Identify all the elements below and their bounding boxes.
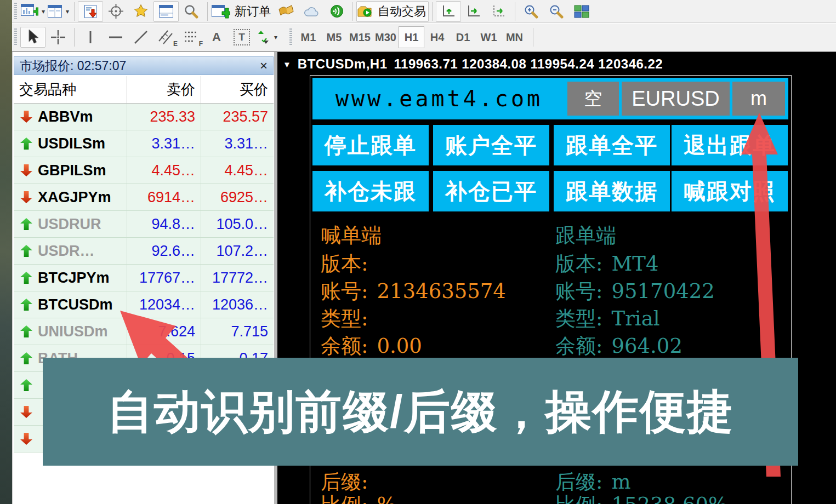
chart-shift-button[interactable] bbox=[436, 1, 461, 22]
vertical-line-tool-button[interactable] bbox=[78, 27, 103, 48]
chart-info-line: ▼ BTCUSDm,H1 119963.71 120384.08 119954.… bbox=[283, 56, 663, 72]
close-all-account-button[interactable]: 账户全平 bbox=[433, 125, 549, 165]
timeframe-h1[interactable]: H1 bbox=[399, 26, 424, 48]
new-order-button[interactable]: 新订单 bbox=[211, 1, 274, 22]
table-row[interactable]: ABBVm235.33235.57 bbox=[14, 104, 274, 130]
chart-ohlc-values: 119963.71 120384.08 119954.24 120346.22 bbox=[394, 56, 663, 72]
master-suffix: 后缀: bbox=[321, 470, 377, 494]
fibonacci-icon bbox=[183, 29, 200, 45]
toolbar-separator bbox=[207, 2, 208, 21]
table-row[interactable]: XAGJPYm6914…6925… bbox=[14, 184, 274, 211]
vertical-line-icon bbox=[83, 29, 98, 45]
promo-banner-text: 自动识别前缀/后缀，操作便捷 bbox=[107, 381, 733, 443]
text-tool-icon: A bbox=[212, 30, 221, 44]
metaeditor-button[interactable] bbox=[274, 1, 299, 22]
promo-banner: 自动识别前缀/后缀，操作便捷 bbox=[43, 358, 798, 466]
toolbar-separator bbox=[432, 2, 433, 21]
collapse-triangle-icon[interactable]: ▼ bbox=[283, 60, 291, 69]
market-watch-icon bbox=[83, 4, 98, 19]
autotrading-button[interactable]: 自动交易 bbox=[356, 1, 429, 22]
tile-windows-button[interactable] bbox=[569, 1, 594, 22]
follower-type: 类型:Trial bbox=[555, 307, 660, 331]
crosshair-tool-button[interactable] bbox=[46, 27, 71, 48]
toolbar-separator bbox=[74, 2, 75, 21]
close-all-follow-button[interactable]: 跟单全平 bbox=[554, 125, 670, 165]
timeframe-m1[interactable]: M1 bbox=[295, 26, 321, 48]
chart-shift-icon bbox=[441, 4, 456, 19]
symbol-button[interactable]: EURUSD bbox=[622, 82, 730, 116]
data-window-button[interactable] bbox=[103, 1, 128, 22]
compare-button[interactable]: 喊跟对照 bbox=[672, 171, 788, 211]
mt4-window: ▾ ▾ bbox=[0, 0, 836, 504]
column-symbol[interactable]: 交易品种 bbox=[14, 76, 127, 103]
desktop-wallpaper-strip bbox=[0, 0, 12, 504]
refill-unfollowed-button[interactable]: 补仓未跟 bbox=[312, 171, 429, 211]
close-icon[interactable]: × bbox=[260, 59, 268, 72]
zoom-out-button[interactable] bbox=[544, 1, 569, 22]
chart-autoscroll-button[interactable] bbox=[461, 1, 486, 22]
follower-version: 版本:MT4 bbox=[555, 252, 659, 276]
trend-up-icon bbox=[20, 379, 32, 391]
chart-offset-icon bbox=[492, 4, 507, 19]
follow-data-button[interactable]: 跟单数据 bbox=[554, 171, 670, 211]
market-watch-toggle-button[interactable] bbox=[78, 1, 103, 22]
timeframe-m30[interactable]: M30 bbox=[373, 26, 399, 48]
refill-closed-button[interactable]: 补仓已平 bbox=[433, 171, 549, 211]
equidistant-channel-icon bbox=[158, 29, 174, 45]
star-icon bbox=[133, 4, 149, 19]
timeframe-mn[interactable]: MN bbox=[502, 26, 527, 48]
toolbar-line-studies: E F A T ▾ M1 M5 M15 M30 H1 H4 D1 W1 MN bbox=[12, 24, 836, 52]
horizontal-line-tool-button[interactable] bbox=[103, 27, 128, 48]
text-tool-button[interactable]: A bbox=[204, 27, 229, 48]
trend-down-icon bbox=[20, 433, 32, 445]
horizontal-line-icon bbox=[107, 29, 124, 45]
channel-tool-button[interactable]: E bbox=[153, 27, 179, 48]
timeframe-w1[interactable]: W1 bbox=[476, 26, 502, 48]
cloud-button[interactable] bbox=[299, 1, 324, 22]
market-watch-titlebar[interactable]: 市场报价: 02:57:07 × bbox=[14, 56, 274, 75]
follower-account: 账号:95170422 bbox=[555, 279, 715, 303]
profiles-button[interactable]: ▾ bbox=[46, 1, 71, 22]
column-bid[interactable]: 卖价 bbox=[127, 76, 201, 103]
sonar-icon bbox=[329, 4, 344, 19]
stop-follow-button[interactable]: 停止跟单 bbox=[312, 125, 429, 165]
column-ask[interactable]: 买价 bbox=[201, 76, 274, 103]
strategy-tester-button[interactable] bbox=[179, 1, 204, 22]
toolbar-drag-handle[interactable] bbox=[14, 28, 17, 46]
fibonacci-tool-button[interactable]: F bbox=[179, 27, 204, 48]
news-sonar-button[interactable] bbox=[324, 1, 349, 22]
chart-offset-button[interactable] bbox=[486, 1, 511, 22]
master-type: 类型: bbox=[321, 307, 377, 331]
new-order-label: 新订单 bbox=[232, 3, 273, 20]
timeframe-m15[interactable]: M15 bbox=[347, 26, 373, 48]
timeframe-h4[interactable]: H4 bbox=[424, 26, 450, 48]
suffix-button[interactable]: m bbox=[732, 82, 785, 116]
terminal-button[interactable] bbox=[153, 1, 179, 22]
exit-follow-button[interactable]: 退出跟单 bbox=[672, 125, 788, 165]
zoom-in-button[interactable] bbox=[519, 1, 544, 22]
table-row[interactable]: BTCJPYm17767…17772… bbox=[14, 265, 274, 291]
table-row[interactable]: USDRUR94.8…105.0… bbox=[14, 211, 274, 238]
navigator-button[interactable] bbox=[128, 1, 153, 22]
cursor-tool-button[interactable] bbox=[20, 27, 46, 48]
direction-button[interactable]: 空 bbox=[567, 82, 619, 116]
arrows-tool-button[interactable]: ▾ bbox=[254, 27, 280, 48]
timeframe-m5[interactable]: M5 bbox=[321, 26, 347, 48]
trend-down-icon bbox=[20, 111, 32, 123]
label-tool-button[interactable]: T bbox=[229, 27, 254, 48]
new-chart-button[interactable]: ▾ bbox=[20, 1, 46, 22]
master-title: 喊单端 bbox=[321, 224, 382, 248]
timeframe-d1[interactable]: D1 bbox=[450, 26, 476, 48]
follower-balance: 余额:964.02 bbox=[555, 334, 683, 358]
toolbar-drag-handle[interactable] bbox=[289, 28, 292, 46]
table-row[interactable]: UNIUSDm7.6247.715 bbox=[14, 318, 274, 345]
table-row[interactable]: USDILSm3.31…3.31… bbox=[14, 130, 274, 157]
table-row[interactable]: BTCUSDm12034…12036… bbox=[14, 291, 274, 318]
table-row[interactable]: USDR…92.6…107.2… bbox=[14, 238, 274, 265]
trend-down-icon bbox=[20, 406, 32, 418]
trend-up-icon bbox=[20, 352, 32, 364]
table-row[interactable]: GBPILSm4.45…4.45… bbox=[14, 157, 274, 184]
trendline-tool-button[interactable] bbox=[128, 27, 153, 48]
toolbar-drag-handle[interactable] bbox=[14, 3, 17, 20]
trend-up-icon bbox=[20, 245, 32, 257]
